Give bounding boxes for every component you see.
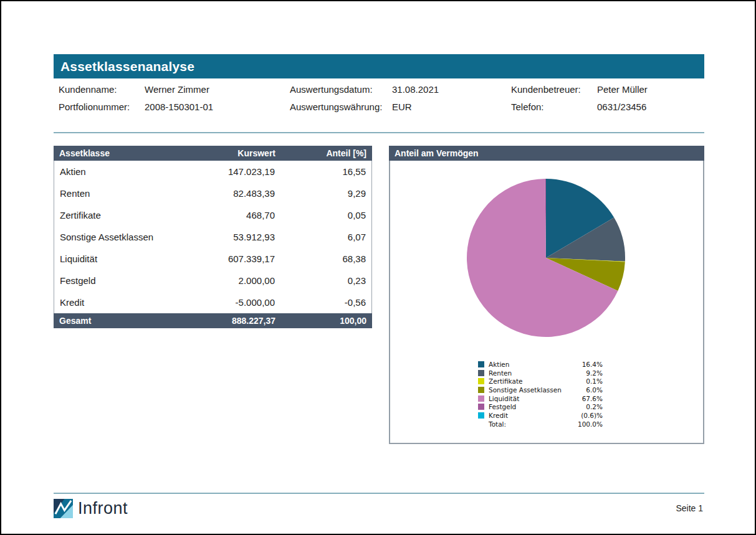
cell-anteil: 0,05 [300, 210, 371, 220]
col-header-kurswert: Kurswert [194, 148, 300, 158]
cell-kurswert: 2.000,00 [194, 275, 300, 286]
cell-anteil: -0,56 [300, 297, 371, 308]
table-header-row: Assetklasse Kurswert Anteil [%] [54, 146, 372, 161]
col-header-assetklasse: Assetklasse [54, 148, 194, 158]
legend-value: 6.0% [573, 386, 603, 394]
pie-chart-panel: Anteil am Vermögen Aktien 16.4% Renten 9… [389, 146, 704, 444]
legend-label: Aktien [489, 361, 573, 368]
table-row: Aktien147.023,1916,55 [54, 161, 371, 182]
legend-value: 9.2% [573, 369, 603, 377]
legend-total-row: Total: 100.0% [478, 420, 603, 428]
footer-anteil: 100,00 [300, 316, 372, 326]
customer-info: Kundenname: Werner Zimmer Auswertungsdat… [54, 84, 704, 112]
info-label-portfolionummer: Portfolionummer: [54, 102, 140, 112]
cell-kurswert: 607.339,17 [194, 253, 300, 264]
cell-anteil: 6,07 [300, 232, 371, 242]
table-row: Renten82.483,399,29 [54, 182, 371, 204]
cell-anteil: 0,23 [300, 275, 371, 286]
legend-item: Zertifikate 0.1% [478, 377, 603, 386]
separator-line-top [54, 132, 704, 133]
info-value-auswertungswaehrung: EUR [387, 102, 506, 112]
info-label-auswertungswaehrung: Auswertungswährung: [285, 102, 387, 112]
info-label-auswertungsdatum: Auswertungsdatum: [285, 84, 387, 95]
cell-kurswert: 82.483,39 [194, 188, 300, 199]
chart-panel-header: Anteil am Vermögen [389, 146, 704, 161]
cell-assetklasse: Renten [54, 188, 194, 199]
info-value-kundenname: Werner Zimmer [140, 84, 285, 95]
legend-label: Kredit [489, 412, 573, 419]
infront-logo-text: Infront [78, 499, 128, 518]
report-page: Assetklassenanalyse Kundenname: Werner Z… [0, 0, 756, 535]
info-value-auswertungsdatum: 31.08.2021 [387, 84, 506, 95]
cell-assetklasse: Sonstige Assetklassen [54, 232, 194, 242]
legend-label: Renten [489, 369, 573, 377]
report-title-bar: Assetklassenanalyse [54, 54, 704, 78]
info-value-portfolionummer: 2008-150301-01 [140, 102, 285, 112]
infront-logo: Infront [54, 499, 128, 518]
pie-chart [466, 178, 626, 338]
separator-line-bottom [54, 493, 704, 494]
legend-swatch [478, 395, 484, 402]
legend-total-value: 100.0% [573, 420, 603, 428]
info-label-telefon: Telefon: [506, 102, 592, 112]
cell-anteil: 68,38 [300, 253, 371, 264]
chart-panel-body: Aktien 16.4% Renten 9.2% Zertifikate 0.1… [389, 161, 704, 444]
cell-kurswert: 147.023,19 [194, 166, 300, 177]
legend-item: Sonstige Assetklassen 6.0% [478, 386, 603, 394]
cell-assetklasse: Liquidität [54, 253, 194, 264]
cell-kurswert: -5.000,00 [194, 297, 300, 308]
cell-assetklasse: Aktien [54, 166, 194, 177]
infront-logo-icon [54, 499, 73, 518]
cell-kurswert: 53.912,93 [194, 232, 300, 242]
legend-value: 0.2% [573, 403, 603, 410]
table-row: Liquidität607.339,1768,38 [54, 248, 371, 270]
assetclass-table: Assetklasse Kurswert Anteil [%] Aktien14… [54, 146, 372, 328]
legend-item: Kredit (0.6)% [478, 411, 603, 420]
legend-label: Liquidität [489, 395, 573, 402]
legend-item: Renten 9.2% [478, 369, 603, 377]
cell-anteil: 16,55 [300, 166, 371, 177]
table-row: Zertifikate468,700,05 [54, 204, 371, 226]
page-title: Assetklassenanalyse [60, 59, 194, 74]
info-value-telefon: 0631/23456 [592, 102, 704, 112]
info-label-kundenname: Kundenname: [54, 84, 140, 95]
legend-value: 16.4% [573, 361, 603, 368]
legend-label: Zertifikate [489, 377, 573, 385]
legend-label: Festgeld [489, 403, 573, 410]
legend-total-label: Total: [489, 420, 573, 428]
pie-legend: Aktien 16.4% Renten 9.2% Zertifikate 0.1… [478, 360, 603, 428]
cell-anteil: 9,29 [300, 188, 371, 199]
legend-swatch [478, 387, 484, 393]
legend-value: 0.1% [573, 377, 603, 385]
legend-label: Sonstige Assetklassen [489, 386, 573, 394]
legend-swatch [478, 361, 484, 367]
cell-kurswert: 468,70 [194, 210, 300, 220]
info-value-kundenbetreuer: Peter Müller [592, 84, 704, 95]
cell-assetklasse: Festgeld [54, 275, 194, 286]
legend-item: Aktien 16.4% [478, 360, 603, 369]
legend-value: 67.6% [573, 395, 603, 402]
footer-kurswert: 888.227,37 [194, 316, 300, 326]
chart-title: Anteil am Vermögen [395, 148, 479, 158]
table-row: Festgeld2.000,000,23 [54, 270, 371, 291]
cell-assetklasse: Kredit [54, 297, 194, 308]
legend-swatch [478, 378, 484, 384]
table-row: Kredit-5.000,00-0,56 [54, 291, 371, 313]
footer-label: Gesamt [54, 316, 194, 326]
legend-swatch [478, 404, 484, 410]
page-number: Seite 1 [676, 503, 703, 513]
legend-item: Liquidität 67.6% [478, 394, 603, 403]
col-header-anteil: Anteil [%] [300, 148, 372, 158]
cell-assetklasse: Zertifikate [54, 210, 194, 220]
legend-swatch [478, 370, 484, 376]
table-footer-row: Gesamt 888.227,37 100,00 [54, 313, 372, 328]
legend-swatch [478, 412, 484, 419]
table-body: Aktien147.023,1916,55Renten82.483,399,29… [54, 161, 372, 313]
info-label-kundenbetreuer: Kundenbetreuer: [506, 84, 592, 95]
table-row: Sonstige Assetklassen53.912,936,07 [54, 226, 371, 248]
legend-value: (0.6)% [573, 412, 603, 419]
legend-item: Festgeld 0.2% [478, 402, 603, 411]
